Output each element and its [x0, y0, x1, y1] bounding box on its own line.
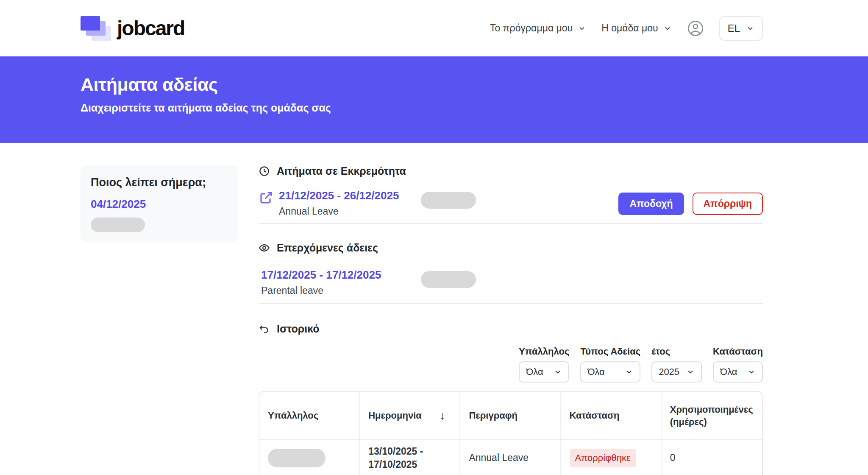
requests-column: Αιτήματα σε Εκκρεμότητα 21/12/2025 - 26/… [259, 165, 763, 475]
approve-button[interactable]: Αποδοχή [618, 193, 684, 215]
user-icon [687, 20, 704, 37]
col-date-label: Ημερομηνία [368, 410, 422, 422]
who-is-absent-title: Ποιος λείπει σήμερα; [91, 176, 228, 189]
filter-leave-type-value: Όλα [587, 366, 604, 377]
cell-dates: 13/10/2025 - 17/10/2025 [360, 439, 460, 475]
filter-employee-value: Όλα [526, 366, 543, 377]
history-section-title: Ιστορικό [277, 323, 320, 335]
pending-request-type: Annual Leave [279, 206, 399, 217]
chevron-down-icon [747, 368, 756, 376]
hero-banner: Αιτήματα αδείας Διαχειριστείτε τα αιτήμα… [0, 56, 868, 143]
upcoming-leave-text: 17/12/2025 - 17/12/2025 Parental leave [259, 268, 421, 296]
filter-employee-label: Υπάλληλος [519, 346, 569, 357]
who-is-absent-date-link[interactable]: 04/12/2025 [91, 198, 228, 211]
logo-text: jobcard [117, 17, 184, 40]
pending-request-info: 21/12/2025 - 26/12/2025 Annual Leave [259, 189, 421, 217]
upcoming-section-header: Επερχόμενες άδειες [259, 242, 763, 254]
filter-employee-select[interactable]: Όλα [519, 361, 569, 383]
filter-status: Κατάσταση Όλα [713, 346, 763, 383]
col-date: Ημερομηνία ↓ [360, 392, 460, 439]
cell-description: Annual Leave [460, 439, 561, 475]
col-employee: Υπάλληλος [259, 392, 360, 439]
pending-request-dates-link[interactable]: 21/12/2025 - 26/12/2025 [279, 189, 399, 202]
logo-square-dark [81, 16, 100, 31]
employee-name-placeholder [268, 449, 326, 467]
language-selector[interactable]: EL [719, 16, 763, 41]
status-badge: Απορρίφθηκε [570, 449, 636, 467]
pending-request-text: 21/12/2025 - 26/12/2025 Annual Leave [279, 189, 399, 217]
nav-my-team-label: Η ομάδα μου [601, 22, 658, 34]
upcoming-section-title: Επερχόμενες άδειες [277, 242, 378, 254]
upcoming-leave-type: Parental leave [261, 285, 421, 296]
filter-leave-type: Τύπος Αδείας Όλα [580, 346, 640, 383]
upcoming-leave-dates-link[interactable]: 17/12/2025 - 17/12/2025 [261, 268, 421, 282]
pending-section-header: Αιτήματα σε Εκκρεμότητα [259, 165, 763, 177]
nav-my-schedule-label: Το πρόγραμμα μου [490, 22, 573, 34]
filter-year: έτος 2025 [651, 346, 702, 383]
col-description: Περιγραφή [460, 392, 561, 439]
who-is-absent-card: Ποιος λείπει σήμερα; 04/12/2025 [81, 165, 238, 242]
cell-status: Απορρίφθηκε [561, 439, 662, 475]
logo-icon [81, 16, 110, 41]
filter-status-label: Κατάσταση [713, 346, 763, 357]
filter-status-select[interactable]: Όλα [713, 361, 763, 383]
language-value: EL [728, 22, 740, 34]
filter-year-value: 2025 [659, 366, 679, 377]
eye-icon [259, 242, 270, 254]
external-link-icon[interactable] [259, 190, 274, 205]
clock-icon [259, 165, 270, 177]
page-subtitle: Διαχειριστείτε τα αιτήματα αδείας της ομ… [81, 102, 763, 114]
chevron-down-icon [554, 368, 562, 376]
logo[interactable]: jobcard [81, 16, 184, 41]
top-bar: jobcard Το πρόγραμμα μου Η ομάδα μου EL [0, 0, 868, 56]
reject-button[interactable]: Απόρριψη [693, 193, 763, 215]
table-row[interactable]: 13/10/2025 - 17/10/2025 Annual Leave Απο… [259, 439, 762, 475]
employee-name-placeholder [91, 218, 145, 232]
main-nav: Το πρόγραμμα μου Η ομάδα μου EL [490, 16, 763, 41]
nav-my-team[interactable]: Η ομάδα μου [601, 22, 671, 34]
col-days-used: Χρησιμοποιημένες (ημέρες) [662, 392, 762, 439]
col-status: Κατάσταση [561, 392, 662, 439]
history-undo-icon [259, 323, 270, 335]
filter-leave-type-select[interactable]: Όλα [580, 361, 640, 383]
page-title: Αιτήματα αδείας [81, 74, 763, 95]
cell-days-used: 0 [662, 439, 762, 475]
upcoming-leave-row: 17/12/2025 - 17/12/2025 Parental leave [259, 254, 763, 304]
filter-employee: Υπάλληλος Όλα [519, 346, 569, 383]
filter-status-value: Όλα [720, 366, 737, 377]
chevron-down-icon [663, 24, 672, 33]
sort-by-date[interactable]: Ημερομηνία ↓ [368, 408, 451, 423]
chevron-down-icon [686, 368, 695, 376]
sort-descending-icon: ↓ [440, 408, 445, 423]
table-header-row: Υπάλληλος Ημερομηνία ↓ Περιγραφή Κατάστα… [259, 392, 762, 439]
employee-name-placeholder [421, 271, 476, 288]
nav-my-schedule[interactable]: Το πρόγραμμα μου [490, 22, 586, 34]
pending-request-row: 21/12/2025 - 26/12/2025 Annual Leave Απο… [259, 177, 763, 224]
pending-section-title: Αιτήματα σε Εκκρεμότητα [277, 165, 406, 177]
history-filters: Υπάλληλος Όλα Τύπος Αδείας Όλα έτος 2025 [259, 346, 763, 383]
chevron-down-icon [625, 368, 633, 376]
history-section-header: Ιστορικό [259, 323, 763, 335]
history-table: Υπάλληλος Ημερομηνία ↓ Περιγραφή Κατάστα… [259, 391, 763, 475]
employee-name-placeholder [421, 192, 476, 209]
main-content: Ποιος λείπει σήμερα; 04/12/2025 Αιτήματα… [0, 143, 868, 475]
chevron-down-icon [746, 24, 754, 33]
filter-year-label: έτος [651, 346, 702, 357]
filter-leave-type-label: Τύπος Αδείας [580, 346, 640, 357]
cell-employee [259, 439, 360, 475]
filter-year-select[interactable]: 2025 [651, 361, 702, 383]
user-avatar-button[interactable] [687, 20, 704, 37]
chevron-down-icon [578, 24, 586, 33]
pending-request-actions: Αποδοχή Απόρριψη [618, 193, 763, 215]
